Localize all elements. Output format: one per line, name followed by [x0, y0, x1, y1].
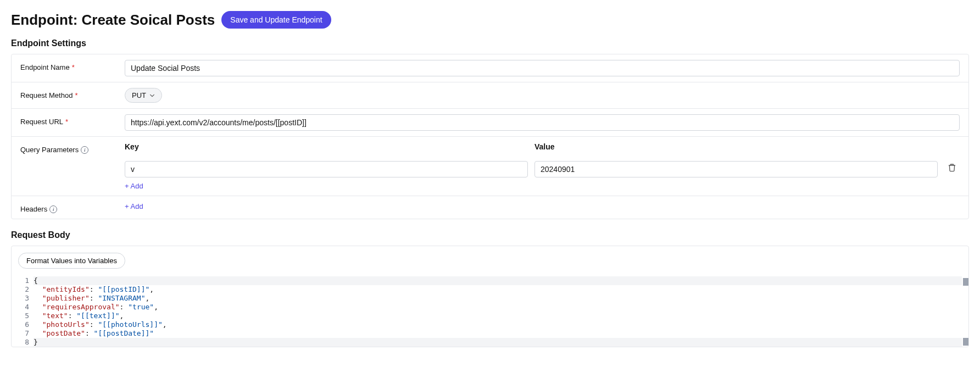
request-body-section-title: Request Body	[11, 230, 969, 240]
code-text[interactable]: {	[34, 276, 962, 285]
line-number: 6	[18, 320, 34, 329]
code-line[interactable]: 6 "photoUrls": "[[photoUrls]]",	[18, 320, 962, 329]
line-number: 4	[18, 303, 34, 312]
add-query-param-link[interactable]: + Add	[125, 182, 143, 190]
query-key-header: Key	[125, 142, 528, 154]
code-text[interactable]: "publisher": "INSTAGRAM",	[34, 294, 962, 303]
settings-section-title: Endpoint Settings	[11, 38, 969, 48]
json-code-editor[interactable]: 1{2 "entityIds": "[[postID]]",3 "publish…	[18, 276, 962, 347]
code-line[interactable]: 2 "entityIds": "[[postID]]",	[18, 285, 962, 294]
line-number: 1	[18, 276, 34, 285]
page-title: Endpoint: Create Soical Posts	[11, 12, 215, 29]
endpoint-settings-panel: Endpoint Name * Request Method * PUT Req…	[11, 54, 969, 219]
query-value-header: Value	[534, 142, 938, 154]
save-endpoint-button[interactable]: Save and Update Endpoint	[221, 11, 331, 29]
line-number: 7	[18, 329, 34, 338]
query-parameters-label: Query Parameters i	[20, 142, 125, 154]
code-line[interactable]: 7 "postDate": "[[postDate]]"	[18, 329, 962, 338]
code-text[interactable]: "entityIds": "[[postID]]",	[34, 285, 962, 294]
info-icon[interactable]: i	[81, 146, 88, 154]
request-method-select[interactable]: PUT	[125, 88, 162, 103]
code-line[interactable]: 1{	[18, 276, 962, 285]
scrollbar-marker	[963, 278, 968, 286]
endpoint-name-input[interactable]	[125, 60, 960, 76]
code-text[interactable]: }	[34, 338, 962, 347]
code-text[interactable]: "photoUrls": "[[photoUrls]]",	[34, 320, 962, 329]
chevron-down-icon	[149, 93, 155, 98]
query-value-input[interactable]	[534, 161, 938, 177]
format-variables-button[interactable]: Format Values into Variables	[18, 253, 125, 269]
request-url-input[interactable]	[125, 114, 960, 131]
add-header-link[interactable]: + Add	[125, 202, 143, 210]
line-number: 2	[18, 285, 34, 294]
trash-icon[interactable]	[948, 163, 956, 172]
line-number: 8	[18, 338, 34, 347]
info-icon[interactable]: i	[49, 205, 57, 213]
request-method-label: Request Method *	[20, 88, 125, 99]
code-line[interactable]: 5 "text": "[[text]]",	[18, 312, 962, 320]
line-number: 3	[18, 294, 34, 303]
code-text[interactable]: "requiresApproval": "true",	[34, 303, 962, 312]
code-text[interactable]: "postDate": "[[postDate]]"	[34, 329, 962, 338]
code-line[interactable]: 8}	[18, 338, 962, 347]
request-url-label: Request URL *	[20, 114, 125, 126]
endpoint-name-label: Endpoint Name *	[20, 60, 125, 71]
query-key-input[interactable]	[125, 161, 528, 177]
headers-label: Headers i	[20, 202, 125, 213]
line-number: 5	[18, 312, 34, 320]
code-line[interactable]: 4 "requiresApproval": "true",	[18, 303, 962, 312]
scrollbar-marker	[963, 338, 968, 346]
code-text[interactable]: "text": "[[text]]",	[34, 312, 962, 320]
code-line[interactable]: 3 "publisher": "INSTAGRAM",	[18, 294, 962, 303]
request-body-panel: Format Values into Variables 1{2 "entity…	[11, 246, 969, 347]
